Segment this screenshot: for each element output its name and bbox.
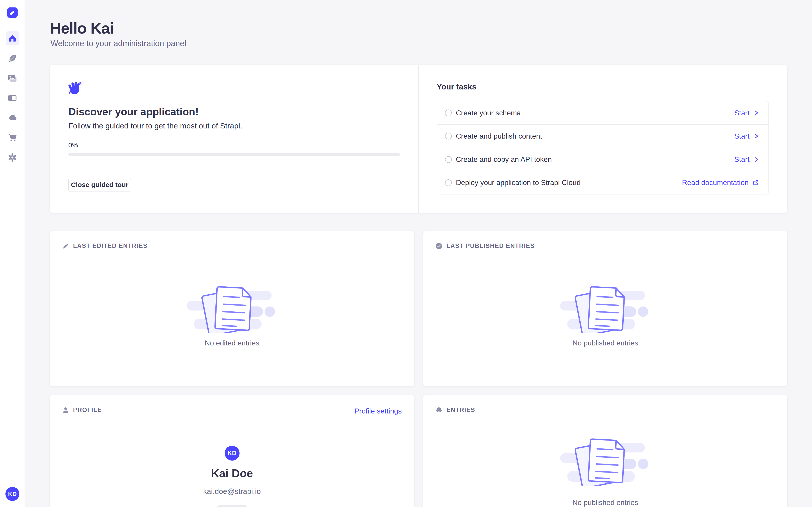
chevron-right-icon: [754, 133, 759, 139]
pictures-icon: [8, 74, 17, 82]
sidebar-item-strapi-cloud[interactable]: [7, 114, 17, 122]
chevron-right-icon: [754, 110, 759, 116]
widget-title: PROFILE: [73, 406, 102, 413]
profile-role-badge: [216, 505, 249, 507]
cloud-icon: [7, 114, 17, 121]
task-status-circle: [445, 156, 452, 163]
task-label: Create and publish content: [456, 132, 542, 140]
task-action-label: Start: [734, 109, 750, 117]
widget-title: ENTRIES: [446, 406, 475, 413]
empty-documents-illustration: [184, 285, 281, 333]
profile-settings-link[interactable]: Profile settings: [354, 407, 402, 415]
task-action-label: Start: [734, 132, 750, 140]
close-guided-tour-button[interactable]: Close guided tour: [68, 178, 131, 192]
sidebar-item-marketplace[interactable]: [8, 133, 17, 143]
strapi-logo-icon: [7, 7, 17, 18]
pencil-icon: [62, 243, 69, 249]
main-navigation-sidebar: KD: [0, 0, 25, 507]
task-status-circle: [445, 110, 452, 116]
task-start-link[interactable]: Start: [734, 132, 759, 140]
empty-documents-illustration: [557, 285, 654, 333]
task-status-circle: [445, 179, 452, 186]
sidebar-item-media-library[interactable]: [8, 74, 17, 83]
gear-icon: [8, 153, 17, 162]
empty-documents-illustration: [557, 437, 654, 486]
task-status-circle: [445, 133, 452, 139]
progress-bar: [68, 153, 400, 156]
task-row-create-publish-content: Create and publish content Start: [437, 124, 768, 148]
sidebar-item-home[interactable]: [6, 31, 19, 45]
task-label: Create your schema: [456, 109, 521, 117]
task-row-create-api-token: Create and copy an API token Start: [437, 148, 768, 171]
person-icon: [62, 407, 69, 413]
last-published-entries-widget: LAST PUBLISHED ENTRIES No published entr…: [423, 231, 787, 386]
entries-widget: ENTRIES No published entries: [423, 395, 787, 507]
chevron-right-icon: [754, 157, 759, 162]
task-action-label: Start: [734, 155, 750, 164]
cart-icon: [8, 133, 17, 142]
progress-percentage: 0%: [68, 141, 78, 149]
guided-tour-subtitle: Follow the guided tour to get the most o…: [68, 121, 242, 130]
widget-title: LAST PUBLISHED ENTRIES: [446, 242, 535, 249]
task-row-deploy-strapi-cloud: Deploy your application to Strapi Cloud …: [437, 171, 768, 194]
tasks-panel-title: Your tasks: [437, 82, 476, 91]
task-row-create-schema: Create your schema Start: [437, 101, 768, 124]
task-label: Create and copy an API token: [456, 155, 552, 164]
sidebar-divider: [0, 25, 24, 25]
sidebar-user-avatar[interactable]: KD: [5, 487, 19, 501]
home-icon: [8, 34, 17, 43]
empty-state-message: No published entries: [423, 339, 787, 347]
guided-tour-card: Discover your application! Follow the gu…: [50, 65, 787, 213]
feather-icon: [8, 54, 17, 63]
task-action-label: Read documentation: [682, 178, 749, 187]
guided-tour-title: Discover your application!: [68, 106, 199, 118]
sidebar-item-content-type-builder[interactable]: [8, 94, 17, 103]
task-start-link[interactable]: Start: [734, 109, 759, 117]
profile-name: Kai Doe: [50, 467, 414, 480]
profile-avatar: KD: [225, 446, 240, 461]
waving-hand-icon: [68, 81, 82, 96]
empty-state-message: No edited entries: [50, 339, 414, 347]
page-subtitle: Welcome to your administration panel: [51, 39, 186, 48]
external-link-icon: [753, 180, 759, 186]
task-start-link[interactable]: Start: [734, 155, 759, 164]
strapi-admin-homepage: KD Hello Kai Welcome to your administrat…: [0, 0, 812, 507]
page-title: Hello Kai: [50, 19, 114, 37]
puzzle-icon: [436, 407, 442, 413]
task-label: Deploy your application to Strapi Cloud: [456, 178, 580, 187]
empty-state-message: No published entries: [423, 498, 787, 507]
tasks-list: Create your schema Start Create and publ…: [437, 101, 769, 194]
strapi-logo[interactable]: [7, 7, 17, 18]
profile-email: kai.doe@strapi.io: [50, 487, 414, 496]
layout-icon: [8, 94, 17, 102]
card-divider: [418, 65, 419, 213]
profile-widget: PROFILE Profile settings KD Kai Doe kai.…: [50, 395, 414, 507]
read-documentation-link[interactable]: Read documentation: [682, 178, 759, 187]
sidebar-item-settings[interactable]: [8, 153, 17, 163]
check-circle-icon: [436, 243, 442, 249]
sidebar-item-content-manager[interactable]: [8, 54, 17, 64]
last-edited-entries-widget: LAST EDITED ENTRIES No edited entries: [50, 231, 414, 386]
widget-title: LAST EDITED ENTRIES: [73, 242, 148, 249]
